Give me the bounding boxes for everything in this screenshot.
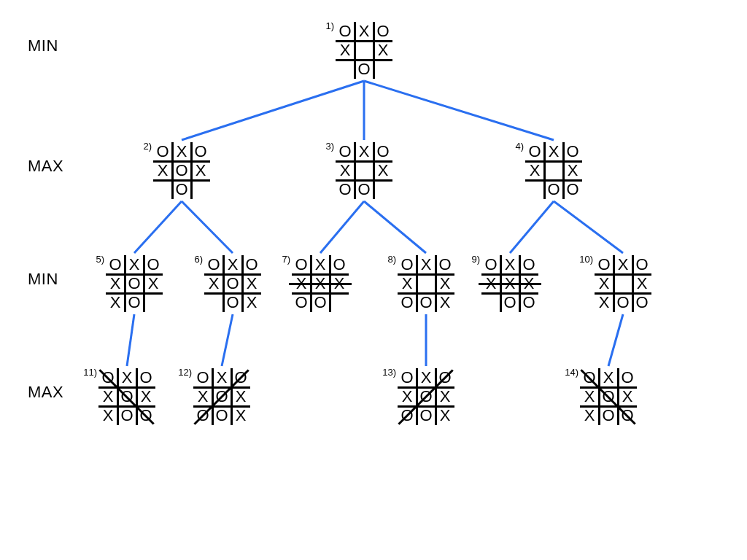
board-cell: X: [98, 406, 117, 425]
board-cell: O: [223, 274, 242, 293]
board-cell: O: [355, 180, 374, 199]
tree-edge: [510, 201, 554, 253]
board-cell: X: [632, 274, 651, 293]
board-cell: O: [212, 406, 231, 425]
board-cell: X: [595, 293, 614, 312]
node-index-label: 13): [379, 367, 396, 378]
board-cell: [330, 293, 349, 312]
board-cell: O: [632, 293, 651, 312]
board-cell: O: [223, 293, 242, 312]
node-index-label: 12): [174, 367, 192, 378]
board-cell: O: [125, 293, 144, 312]
board-cell: O: [500, 293, 519, 312]
tree-edge: [554, 201, 623, 253]
board-cell: O: [618, 406, 637, 425]
board-cell: X: [242, 293, 261, 312]
node-index-label: 5): [87, 254, 104, 265]
board-cell: [204, 293, 223, 312]
tic-tac-toe-board: OXOXXOO: [525, 142, 582, 199]
board-cell: X: [191, 161, 210, 180]
board-cell: X: [563, 161, 582, 180]
board-cell: O: [98, 368, 117, 387]
board-cell: O: [519, 293, 538, 312]
board-cell: [144, 293, 163, 312]
board-cell: X: [481, 274, 500, 293]
board-cell: O: [374, 22, 392, 41]
board-cell: O: [417, 406, 436, 425]
tic-tac-toe-board: OXOXOXO: [153, 142, 210, 199]
board-cell: O: [336, 180, 355, 199]
node-index-label: 3): [317, 141, 334, 152]
tree-edge: [127, 314, 134, 366]
tic-tac-toe-board: OXOXXXOO: [292, 255, 349, 312]
board-cell: X: [336, 161, 355, 180]
board-cell: O: [519, 255, 538, 274]
board-cell: X: [500, 255, 519, 274]
tree-node: 11)OXOXOXXOO: [98, 368, 155, 425]
node-index-label: 6): [185, 254, 203, 265]
tree-node: 5)OXOXOXXO: [106, 255, 163, 312]
board-cell: O: [212, 387, 231, 406]
node-index-label: 11): [80, 367, 97, 378]
board-cell: X: [336, 41, 355, 60]
board-cell: X: [242, 274, 261, 293]
tic-tac-toe-board: OXOXOXXOO: [98, 368, 155, 425]
node-index-label: 8): [379, 254, 396, 265]
tree-edge: [222, 314, 233, 366]
board-cell: X: [117, 368, 136, 387]
board-cell: O: [193, 368, 212, 387]
tree-edge: [608, 314, 623, 366]
board-cell: X: [355, 142, 374, 161]
board-cell: O: [172, 180, 191, 199]
board-cell: O: [193, 406, 212, 425]
board-cell: O: [330, 255, 349, 274]
tree-edge: [320, 201, 364, 253]
board-cell: X: [436, 293, 454, 312]
board-cell: O: [563, 180, 582, 199]
board-cell: X: [436, 387, 454, 406]
board-cell: O: [136, 406, 155, 425]
diagram-stage: MINMAXMINMAX1)OXOXXO2)OXOXOXO3)OXOXXOO4)…: [0, 0, 747, 560]
board-cell: O: [374, 142, 392, 161]
board-cell: X: [595, 274, 614, 293]
board-cell: X: [544, 142, 563, 161]
board-cell: [481, 293, 500, 312]
node-index-label: 10): [576, 254, 593, 265]
tree-edge: [364, 81, 554, 140]
board-cell: O: [599, 406, 618, 425]
board-cell: [417, 274, 436, 293]
board-cell: X: [106, 274, 125, 293]
level-label: MAX: [28, 157, 63, 176]
board-cell: X: [204, 274, 223, 293]
board-cell: O: [436, 368, 454, 387]
board-cell: O: [417, 293, 436, 312]
tree-node: 9)OXOXXXOO: [481, 255, 538, 312]
tree-node: 14)OXOXOXXOO: [580, 368, 637, 425]
tree-node: 12)OXOXOXOOX: [193, 368, 250, 425]
board-cell: O: [204, 255, 223, 274]
tic-tac-toe-board: OXOXOXOX: [204, 255, 261, 312]
tree-node: 4)OXOXXOO: [525, 142, 582, 199]
board-cell: O: [398, 293, 417, 312]
board-cell: X: [580, 406, 599, 425]
board-cell: X: [417, 255, 436, 274]
board-cell: O: [544, 180, 563, 199]
board-cell: X: [311, 274, 330, 293]
board-cell: O: [436, 255, 454, 274]
board-cell: O: [481, 255, 500, 274]
node-index-label: 4): [506, 141, 524, 152]
tic-tac-toe-board: OXOXXOO: [336, 142, 392, 199]
board-cell: X: [398, 387, 417, 406]
board-cell: O: [117, 406, 136, 425]
board-cell: O: [595, 255, 614, 274]
board-cell: X: [618, 387, 637, 406]
board-cell: X: [172, 142, 191, 161]
board-cell: [374, 180, 392, 199]
board-cell: O: [292, 255, 311, 274]
node-index-label: 2): [134, 141, 152, 152]
board-cell: O: [398, 406, 417, 425]
board-cell: X: [125, 255, 144, 274]
board-cell: X: [212, 368, 231, 387]
board-cell: O: [614, 293, 632, 312]
board-cell: O: [563, 142, 582, 161]
